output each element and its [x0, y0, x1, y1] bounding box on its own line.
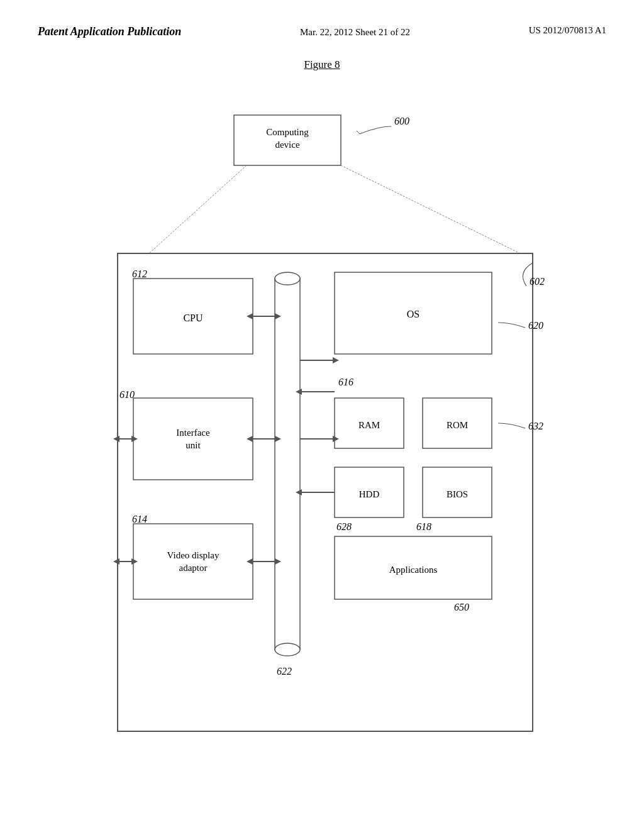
- computing-device-label2: device: [275, 140, 299, 150]
- patent-diagram-svg: Computing device 600 602 CPU 612: [52, 96, 592, 756]
- applications-label: Applications: [389, 565, 438, 575]
- header-sheet-info: Mar. 22, 2012 Sheet 21 of 22: [300, 25, 410, 40]
- page-header: Patent Application Publication Mar. 22, …: [38, 25, 606, 40]
- interface-label1: Interface: [176, 428, 210, 438]
- svg-marker-24: [113, 558, 119, 565]
- svg-marker-21: [113, 436, 119, 442]
- ref-632: 632: [528, 421, 543, 431]
- header-patent-number: US 2012/070813 A1: [529, 25, 606, 36]
- video-label1: Video display: [167, 550, 219, 560]
- rom-label: ROM: [447, 420, 468, 430]
- ref-628: 628: [336, 521, 352, 532]
- svg-rect-7: [133, 524, 253, 599]
- bios-label: BIOS: [447, 489, 468, 499]
- ref-602: 602: [530, 276, 545, 287]
- video-label2: adaptor: [179, 563, 208, 573]
- ref-616: 616: [338, 377, 353, 387]
- ram-label: RAM: [358, 420, 380, 430]
- svg-point-9: [275, 272, 300, 285]
- page: Patent Application Publication Mar. 22, …: [0, 0, 644, 830]
- computing-device-label: Computing: [266, 127, 309, 137]
- svg-line-2: [149, 165, 247, 253]
- ref-614: 614: [132, 514, 147, 524]
- hdd-label: HDD: [359, 489, 380, 499]
- interface-label2: unit: [186, 440, 201, 450]
- cpu-label: CPU: [183, 313, 203, 323]
- ref-610: 610: [119, 389, 135, 400]
- diagram-area: Computing device 600 602 CPU 612: [52, 96, 592, 756]
- header-publication-label: Patent Application Publication: [38, 25, 181, 38]
- svg-line-3: [341, 165, 520, 253]
- figure-title: Figure 8: [38, 58, 606, 71]
- svg-rect-6: [133, 398, 253, 480]
- ref-620: 620: [528, 320, 543, 331]
- ref-612: 612: [132, 268, 147, 279]
- svg-line-1: [357, 131, 360, 134]
- ref-618: 618: [416, 521, 431, 532]
- ref-622: 622: [277, 666, 292, 677]
- ref-650: 650: [454, 602, 469, 612]
- os-label: OS: [407, 309, 419, 319]
- svg-point-10: [275, 643, 300, 656]
- svg-rect-8: [275, 279, 300, 650]
- ref-600: 600: [394, 116, 409, 126]
